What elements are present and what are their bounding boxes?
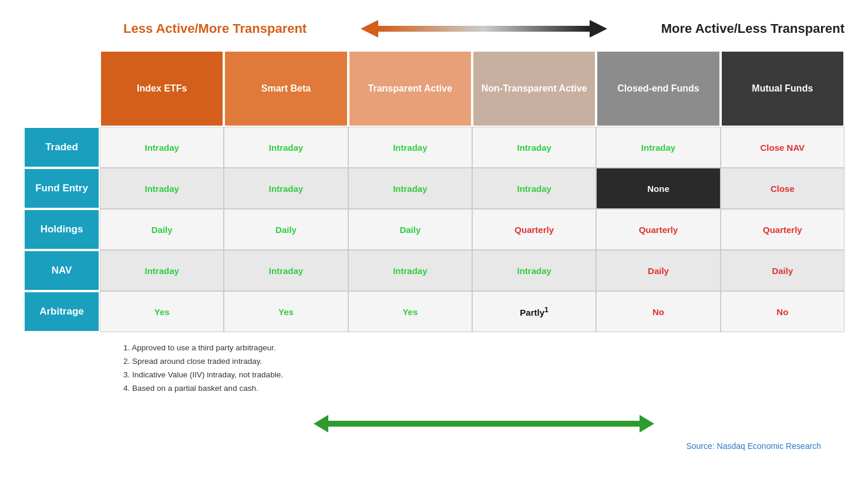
cell-traded-3: Intraday — [348, 127, 472, 168]
footnote-2: 2. Spread around close traded intraday. — [123, 355, 845, 369]
row-header-nav: NAV — [23, 250, 100, 291]
cell-traded-5: Intraday — [596, 127, 720, 168]
row-headers-column: Traded Fund Entry Holdings NAV Arbitrage — [23, 50, 100, 332]
row-nav: Intraday Intraday Intraday Intraday Dail… — [100, 250, 845, 291]
cell-arbitrage-3: Yes — [348, 291, 472, 332]
cell-fund-entry-1: Intraday — [100, 168, 224, 209]
row-fund-entry: Intraday Intraday Intraday Intraday None… — [100, 168, 845, 209]
green-double-arrow-row — [23, 412, 845, 435]
footnote-1: 1. Approved to use a third party arbitra… — [123, 342, 845, 355]
footnote-3: 3. Indicative Value (IIV) intraday, not … — [123, 369, 845, 382]
left-header-label: Less Active/More Transparent — [123, 21, 307, 36]
cell-arbitrage-5: No — [596, 291, 720, 332]
cell-fund-entry-3: Intraday — [348, 168, 472, 209]
cell-arbitrage-2: Yes — [224, 291, 348, 332]
svg-marker-4 — [640, 415, 654, 433]
cell-fund-entry-4: Intraday — [472, 168, 596, 209]
cell-holdings-1: Daily — [100, 209, 224, 250]
data-grid: Index ETFs Smart Beta Transparent Active… — [100, 50, 845, 332]
svg-marker-2 — [361, 20, 378, 38]
row-holdings: Daily Daily Daily Quarterly Quarterly Qu… — [100, 209, 845, 250]
gradient-arrow-svg — [361, 18, 607, 40]
col-header-smart-beta: Smart Beta — [224, 50, 348, 127]
cell-nav-4: Intraday — [472, 250, 596, 291]
cell-holdings-4: Quarterly — [472, 209, 596, 250]
col-header-closed-end-funds: Closed-end Funds — [596, 50, 720, 127]
cell-traded-4: Intraday — [472, 127, 596, 168]
col-header-transparent-active: Transparent Active — [348, 50, 472, 127]
green-double-arrow-svg — [314, 412, 654, 435]
col-header-mutual-funds: Mutual Funds — [721, 50, 845, 127]
col-header-non-transparent-active: Non-Transparent Active — [472, 50, 596, 127]
right-header-label: More Active/Less Transparent — [661, 21, 845, 36]
cell-arbitrage-1: Yes — [100, 291, 224, 332]
row-header-spacer — [23, 50, 100, 127]
cell-holdings-5: Quarterly — [596, 209, 720, 250]
svg-marker-5 — [314, 415, 328, 433]
col-header-index-etfs: Index ETFs — [100, 50, 224, 127]
svg-rect-3 — [328, 421, 640, 427]
row-arbitrage: Yes Yes Yes Partly1 No No — [100, 291, 845, 332]
cell-holdings-3: Daily — [348, 209, 472, 250]
cell-fund-entry-6: Close — [721, 168, 845, 209]
header-section: Less Active/More Transparent More Active… — [23, 18, 845, 40]
svg-marker-1 — [590, 20, 607, 38]
row-header-fund-entry: Fund Entry — [23, 168, 100, 209]
cell-nav-1: Intraday — [100, 250, 224, 291]
cell-fund-entry-5: None — [596, 168, 720, 209]
cell-fund-entry-2: Intraday — [224, 168, 348, 209]
cell-holdings-2: Daily — [224, 209, 348, 250]
row-header-holdings: Holdings — [23, 209, 100, 250]
source-text: Source: Nasdaq Economic Research — [686, 441, 821, 451]
svg-rect-0 — [378, 26, 590, 32]
source-row: Source: Nasdaq Economic Research — [23, 441, 845, 451]
header-arrow — [318, 18, 650, 40]
cell-nav-2: Intraday — [224, 250, 348, 291]
footnote-4: 4. Based on a partial basket and cash. — [123, 382, 845, 396]
data-rows: Intraday Intraday Intraday Intraday Intr… — [100, 127, 845, 332]
cell-nav-6: Daily — [721, 250, 845, 291]
cell-nav-5: Daily — [596, 250, 720, 291]
main-table: Traded Fund Entry Holdings NAV Arbitrage… — [23, 50, 845, 332]
row-header-arbitrage: Arbitrage — [23, 291, 100, 332]
row-traded: Intraday Intraday Intraday Intraday Intr… — [100, 127, 845, 168]
cell-arbitrage-4: Partly1 — [472, 291, 596, 332]
cell-holdings-6: Quarterly — [721, 209, 845, 250]
row-header-traded: Traded — [23, 127, 100, 168]
cell-nav-3: Intraday — [348, 250, 472, 291]
cell-traded-2: Intraday — [224, 127, 348, 168]
cell-traded-1: Intraday — [100, 127, 224, 168]
cell-arbitrage-6: No — [721, 291, 845, 332]
col-headers-row: Index ETFs Smart Beta Transparent Active… — [100, 50, 845, 127]
footnotes: 1. Approved to use a third party arbitra… — [23, 342, 845, 396]
cell-traded-6: Close NAV — [721, 127, 845, 168]
